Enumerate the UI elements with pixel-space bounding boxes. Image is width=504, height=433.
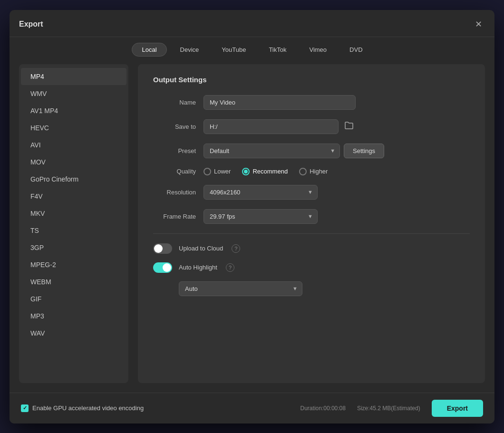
preset-select[interactable]: Default: [204, 144, 340, 158]
resolution-select[interactable]: 4096x2160: [204, 185, 318, 200]
tab-vimeo[interactable]: Vimeo: [300, 43, 336, 56]
size-info: Size:45.2 MB(Estimated): [357, 405, 420, 412]
auto-highlight-toggle[interactable]: [153, 262, 172, 273]
auto-highlight-label: Auto Highlight: [179, 264, 217, 271]
quality-higher-label: Higher: [310, 168, 328, 175]
upload-cloud-help-icon[interactable]: ?: [232, 244, 240, 253]
save-to-label: Save to: [153, 123, 196, 130]
save-to-input[interactable]: [204, 119, 339, 134]
footer-right: Duration:00:00:08 Size:45.2 MB(Estimated…: [300, 400, 483, 417]
auto-select-container: Auto ▼: [179, 281, 302, 296]
format-item-goprocineform[interactable]: GoPro Cineform: [21, 171, 126, 188]
folder-button[interactable]: [342, 119, 356, 134]
frame-rate-select[interactable]: 29.97 fps: [204, 209, 318, 224]
format-item-hevc[interactable]: HEVC: [21, 119, 126, 136]
format-item-avi[interactable]: AVI: [21, 136, 126, 154]
resolution-label: Resolution: [153, 189, 196, 196]
format-item-3gp[interactable]: 3GP: [21, 239, 126, 256]
upload-cloud-label: Upload to Cloud: [179, 245, 223, 252]
format-item-wmv[interactable]: WMV: [21, 85, 126, 102]
footer-left: ✓ Enable GPU accelerated video encoding: [21, 404, 144, 412]
export-button[interactable]: Export: [432, 400, 483, 417]
format-item-mov[interactable]: MOV: [21, 154, 126, 171]
gpu-label: Enable GPU accelerated video encoding: [32, 404, 144, 412]
close-button[interactable]: ✕: [472, 18, 485, 31]
settings-button[interactable]: Settings: [344, 144, 384, 158]
path-row: [204, 119, 356, 134]
upload-cloud-thumb: [154, 244, 163, 253]
output-settings-title: Output Settings: [153, 76, 470, 84]
preset-row: Preset Default ▼ Settings: [153, 144, 470, 158]
dialog-title: Export: [19, 20, 43, 29]
dialog-body: MP4WMVAV1 MP4HEVCAVIMOVGoPro CineformF4V…: [10, 64, 494, 393]
format-item-ts[interactable]: TS: [21, 222, 126, 239]
name-row: Name: [153, 95, 470, 110]
auto-highlight-row: Auto Highlight ?: [153, 262, 470, 273]
format-item-mp3[interactable]: MP3: [21, 308, 126, 325]
resolution-select-wrap: 4096x2160 ▼: [204, 185, 318, 200]
format-item-wav[interactable]: WAV: [21, 325, 126, 342]
auto-highlight-select[interactable]: Auto: [179, 281, 302, 296]
upload-cloud-row: Upload to Cloud ?: [153, 243, 470, 254]
quality-higher-option[interactable]: Higher: [299, 168, 328, 175]
quality-recommend-dot: [244, 170, 248, 173]
format-item-av1mp4[interactable]: AV1 MP4: [21, 102, 126, 119]
resolution-row: Resolution 4096x2160 ▼: [153, 185, 470, 200]
frame-rate-label: Frame Rate: [153, 213, 196, 220]
save-to-row: Save to: [153, 119, 470, 134]
export-dialog: Export ✕ LocalDeviceYouTubeTikTokVimeoDV…: [10, 10, 494, 423]
upload-cloud-toggle[interactable]: [153, 243, 172, 254]
quality-lower-label: Lower: [214, 168, 231, 175]
gpu-checkbox[interactable]: ✓: [21, 404, 29, 412]
quality-higher-radio[interactable]: [299, 168, 307, 175]
tab-device[interactable]: Device: [171, 43, 209, 56]
format-item-f4v[interactable]: F4V: [21, 188, 126, 205]
divider: [153, 233, 470, 234]
name-input[interactable]: [204, 95, 356, 110]
quality-label: Quality: [153, 168, 196, 175]
format-item-mpeg2[interactable]: MPEG-2: [21, 256, 126, 273]
auto-highlight-help-icon[interactable]: ?: [226, 263, 234, 272]
quality-lower-radio[interactable]: [204, 168, 211, 175]
tab-tiktok[interactable]: TikTok: [259, 43, 296, 56]
checkmark-icon: ✓: [23, 405, 27, 411]
preset-select-wrap: Default ▼: [204, 144, 340, 158]
name-label: Name: [153, 99, 196, 106]
format-item-mkv[interactable]: MKV: [21, 205, 126, 222]
tab-youtube[interactable]: YouTube: [212, 43, 255, 56]
auto-highlight-thumb: [163, 263, 171, 272]
gpu-checkbox-wrap: ✓ Enable GPU accelerated video encoding: [21, 404, 144, 412]
preset-controls: Default ▼ Settings: [204, 144, 384, 158]
quality-options: Lower Recommend Higher: [204, 168, 328, 175]
quality-recommend-radio[interactable]: [242, 168, 250, 175]
format-item-gif[interactable]: GIF: [21, 290, 126, 308]
format-item-mp4[interactable]: MP4: [21, 68, 126, 85]
quality-recommend-label: Recommend: [252, 168, 288, 175]
duration-info: Duration:00:00:08: [300, 405, 346, 412]
format-item-webm[interactable]: WEBM: [21, 273, 126, 290]
preset-label: Preset: [153, 147, 196, 154]
frame-rate-row: Frame Rate 29.97 fps ▼: [153, 209, 470, 224]
dialog-footer: ✓ Enable GPU accelerated video encoding …: [10, 393, 494, 423]
auto-select-wrap: Auto ▼: [179, 281, 302, 296]
tab-local[interactable]: Local: [132, 43, 166, 57]
quality-lower-option[interactable]: Lower: [204, 168, 231, 175]
tab-dvd[interactable]: DVD: [340, 43, 372, 56]
frame-rate-select-wrap: 29.97 fps ▼: [204, 209, 318, 224]
format-list: MP4WMVAV1 MP4HEVCAVIMOVGoPro CineformF4V…: [19, 64, 128, 383]
quality-row: Quality Lower Recommend Higher: [153, 168, 470, 175]
settings-panel: Output Settings Name Save to: [138, 64, 485, 383]
tab-bar: LocalDeviceYouTubeTikTokVimeoDVD: [10, 37, 494, 64]
quality-recommend-option[interactable]: Recommend: [242, 168, 288, 175]
dialog-header: Export ✕: [10, 10, 494, 37]
